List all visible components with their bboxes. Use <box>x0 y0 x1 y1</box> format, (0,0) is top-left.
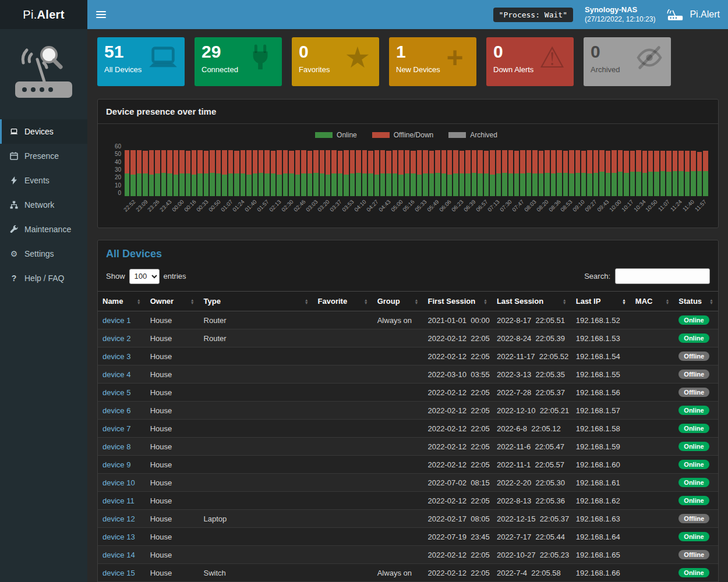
chart-bar <box>490 144 494 196</box>
cell-last_ip: 192.168.1.63 <box>571 510 631 528</box>
column-header-first_session[interactable]: First Session▲▼ <box>423 292 492 311</box>
bar-segment-offline-down <box>313 150 318 173</box>
chart-bar <box>143 144 147 196</box>
bar-segment-online <box>356 173 361 197</box>
bar-segment-online <box>289 173 294 196</box>
column-header-mac[interactable]: MAC▲▼ <box>631 292 674 311</box>
bar-segment-online <box>685 172 690 196</box>
chart-bar <box>636 144 641 196</box>
sidebar-item-devices[interactable]: Devices <box>0 119 87 144</box>
column-header-name[interactable]: Name▲▼ <box>98 292 146 311</box>
sidebar-item-label: Maintenance <box>24 225 71 234</box>
summary-card-new-devices[interactable]: 1New Devices+ <box>389 37 476 86</box>
column-header-favorite[interactable]: Favorite▲▼ <box>313 292 373 311</box>
sidebar-item-events[interactable]: Events <box>0 168 87 193</box>
device-link[interactable]: device 4 <box>103 370 130 379</box>
summary-card-favorites[interactable]: 0Favorites★ <box>292 37 379 86</box>
column-label: Favorite <box>318 297 348 306</box>
column-label: Last Session <box>497 297 543 306</box>
sidebar-item-settings[interactable]: ⚙Settings <box>0 242 87 266</box>
sidebar-item-help-faq[interactable]: ?Help / FAQ <box>0 266 87 290</box>
summary-card-connected[interactable]: 29Connected <box>195 37 282 86</box>
plus-icon: + <box>437 40 473 76</box>
column-header-last_session[interactable]: Last Session▲▼ <box>492 292 571 311</box>
chart-bar <box>174 144 178 196</box>
cell-status: Online <box>674 456 718 474</box>
sidebar-item-presence[interactable]: Presence <box>0 144 87 168</box>
device-link[interactable]: device 15 <box>103 569 135 577</box>
summary-card-archived[interactable]: 0Archived <box>584 37 671 86</box>
cell-group <box>373 546 423 564</box>
device-link[interactable]: device 9 <box>103 460 130 469</box>
navbar-brand-right[interactable]: Pi.Alert <box>667 8 720 22</box>
app-logo[interactable]: Pi.Alert <box>0 0 87 29</box>
bar-segment-online <box>192 175 196 197</box>
device-link[interactable]: device 8 <box>103 442 130 451</box>
x-tick-label: 01:40 <box>243 198 258 213</box>
chart-bar <box>441 144 446 196</box>
column-header-owner[interactable]: Owner▲▼ <box>146 292 199 311</box>
cell-group <box>373 420 423 438</box>
device-link[interactable]: device 6 <box>103 406 130 415</box>
bar-segment-offline-down <box>398 150 403 175</box>
bar-segment-offline-down <box>125 150 129 174</box>
device-link[interactable]: device 11 <box>103 496 135 505</box>
device-link[interactable]: device 7 <box>103 424 130 433</box>
chart-bar <box>331 144 336 196</box>
search-input[interactable] <box>615 268 710 284</box>
device-link[interactable]: device 14 <box>103 551 135 559</box>
sidebar-menu: DevicesPresenceEventsNetworkMaintenance⚙… <box>0 119 87 290</box>
device-link[interactable]: device 13 <box>103 533 135 541</box>
column-header-status[interactable]: Status▲▼ <box>674 292 718 311</box>
bar-segment-offline-down <box>557 150 561 173</box>
bar-segment-online <box>259 173 263 197</box>
sidebar-toggle-button[interactable] <box>87 0 114 29</box>
entries-select[interactable]: 100 <box>129 269 160 284</box>
x-tick-label: 09:43 <box>596 198 610 213</box>
cell-last_session: 2022-8-17 22:05.51 <box>492 311 571 329</box>
sidebar-item-network[interactable]: Network <box>0 193 87 217</box>
summary-card-all-devices[interactable]: 51All Devices <box>97 37 185 86</box>
cell-favorite <box>313 329 373 347</box>
bar-segment-offline-down <box>593 150 598 173</box>
bar-segment-offline-down <box>624 151 628 173</box>
bar-segment-offline-down <box>289 151 294 173</box>
legend-item[interactable]: Online <box>315 131 357 139</box>
legend-item[interactable]: Offline/Down <box>372 131 433 139</box>
chart-bar <box>508 144 513 196</box>
cell-group <box>373 402 423 420</box>
laptop-icon <box>145 40 181 76</box>
chart-bar <box>484 144 489 196</box>
device-link[interactable]: device 2 <box>103 334 130 343</box>
bar-segment-offline-down <box>660 151 665 171</box>
device-link[interactable]: device 10 <box>103 478 135 487</box>
x-tick-label: 03:20 <box>316 198 331 213</box>
bar-segment-online <box>575 173 580 197</box>
legend-item[interactable]: Archived <box>448 131 497 139</box>
bar-segment-offline-down <box>606 151 610 173</box>
sidebar-item-maintenance[interactable]: Maintenance <box>0 217 87 242</box>
bar-segment-online <box>666 172 671 196</box>
y-tick-label: 30 <box>115 167 121 173</box>
device-link[interactable]: device 1 <box>103 316 130 325</box>
bar-segment-offline-down <box>581 151 586 173</box>
device-link[interactable]: device 12 <box>103 514 135 523</box>
summary-card-down-alerts[interactable]: 0Down Alerts⚠ <box>486 37 574 86</box>
chart-bar <box>308 144 312 196</box>
cell-last_ip: 192.168.1.52 <box>571 311 631 329</box>
chart-bar <box>460 144 464 196</box>
column-header-type[interactable]: Type▲▼ <box>199 292 313 311</box>
cell-owner: House <box>146 384 199 402</box>
column-header-last_ip[interactable]: Last IP▲▼ <box>571 292 631 311</box>
chart-bar <box>167 144 172 196</box>
bar-segment-offline-down <box>539 151 543 173</box>
bar-segment-online <box>496 173 501 196</box>
bar-segment-online <box>624 173 628 197</box>
chart-bar <box>197 144 202 196</box>
cell-mac <box>631 311 674 329</box>
device-link[interactable]: device 5 <box>103 388 130 397</box>
device-link[interactable]: device 3 <box>103 352 130 361</box>
column-header-group[interactable]: Group▲▼ <box>373 292 423 311</box>
chart-bar <box>417 144 422 196</box>
sort-icon: ▲▼ <box>563 299 567 304</box>
